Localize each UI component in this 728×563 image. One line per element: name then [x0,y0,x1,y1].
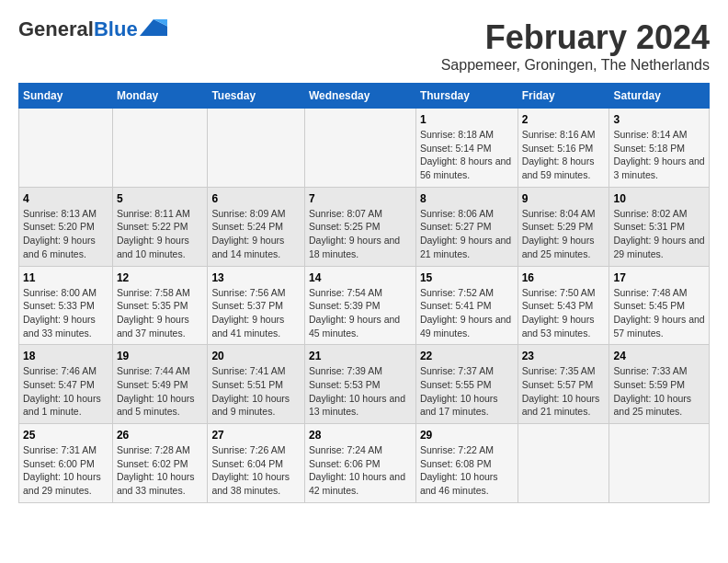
day-info: Sunrise: 8:02 AM Sunset: 5:31 PM Dayligh… [613,207,705,261]
calendar-cell: 29Sunrise: 7:22 AM Sunset: 6:08 PM Dayli… [415,424,518,503]
calendar-cell [609,424,710,503]
main-title: February 2024 [441,18,710,57]
day-number: 9 [522,192,606,205]
day-number: 2 [522,113,606,126]
day-info: Sunrise: 7:52 AM Sunset: 5:41 PM Dayligh… [420,286,514,340]
day-info: Sunrise: 7:35 AM Sunset: 5:57 PM Dayligh… [522,364,606,419]
day-header-friday: Friday [518,84,609,109]
day-header-sunday: Sunday [19,84,113,109]
calendar-week-4: 18Sunrise: 7:46 AM Sunset: 5:47 PM Dayli… [19,345,710,424]
day-info: Sunrise: 7:46 AM Sunset: 5:47 PM Dayligh… [23,364,108,419]
calendar-week-2: 4Sunrise: 8:13 AM Sunset: 5:20 PM Daylig… [19,187,710,266]
day-number: 21 [309,350,412,362]
day-number: 11 [23,271,108,284]
day-number: 10 [613,192,705,205]
day-header-saturday: Saturday [609,84,710,109]
day-number: 26 [117,429,204,442]
calendar-cell: 23Sunrise: 7:35 AM Sunset: 5:57 PM Dayli… [518,345,609,424]
calendar-cell: 11Sunrise: 8:00 AM Sunset: 5:33 PM Dayli… [19,266,113,345]
day-number: 14 [309,271,412,284]
day-info: Sunrise: 8:13 AM Sunset: 5:20 PM Dayligh… [23,207,108,261]
day-number: 5 [117,192,204,205]
calendar-cell: 7Sunrise: 8:07 AM Sunset: 5:25 PM Daylig… [304,187,415,266]
calendar-cell: 4Sunrise: 8:13 AM Sunset: 5:20 PM Daylig… [19,187,113,266]
day-number: 27 [211,429,301,442]
day-info: Sunrise: 8:11 AM Sunset: 5:22 PM Dayligh… [117,207,204,261]
calendar-week-5: 25Sunrise: 7:31 AM Sunset: 6:00 PM Dayli… [19,424,710,503]
calendar-cell: 22Sunrise: 7:37 AM Sunset: 5:55 PM Dayli… [415,345,518,424]
calendar-cell: 1Sunrise: 8:18 AM Sunset: 5:14 PM Daylig… [415,109,518,188]
calendar-cell: 12Sunrise: 7:58 AM Sunset: 5:35 PM Dayli… [112,266,208,345]
day-info: Sunrise: 8:06 AM Sunset: 5:27 PM Dayligh… [420,207,514,261]
day-info: Sunrise: 7:44 AM Sunset: 5:49 PM Dayligh… [117,364,204,419]
day-number: 13 [211,271,301,284]
day-number: 8 [420,192,514,205]
day-info: Sunrise: 8:14 AM Sunset: 5:18 PM Dayligh… [613,128,705,182]
day-number: 18 [23,350,108,362]
day-info: Sunrise: 8:18 AM Sunset: 5:14 PM Dayligh… [420,128,514,182]
calendar-cell [304,109,415,188]
day-info: Sunrise: 7:33 AM Sunset: 5:59 PM Dayligh… [613,364,705,419]
day-number: 29 [420,429,514,442]
day-number: 3 [613,113,705,126]
header-row: SundayMondayTuesdayWednesdayThursdayFrid… [19,84,710,109]
logo: GeneralBlue [18,18,167,40]
day-header-tuesday: Tuesday [208,84,305,109]
day-info: Sunrise: 7:50 AM Sunset: 5:43 PM Dayligh… [522,286,606,340]
calendar-cell [518,424,609,503]
day-number: 7 [309,192,412,205]
page-header: GeneralBlue February 2024 Sappemeer, Gro… [18,18,710,74]
day-info: Sunrise: 7:58 AM Sunset: 5:35 PM Dayligh… [117,286,204,340]
day-info: Sunrise: 8:04 AM Sunset: 5:29 PM Dayligh… [522,207,606,261]
calendar-cell: 21Sunrise: 7:39 AM Sunset: 5:53 PM Dayli… [304,345,415,424]
calendar-cell: 5Sunrise: 8:11 AM Sunset: 5:22 PM Daylig… [112,187,208,266]
calendar-cell: 24Sunrise: 7:33 AM Sunset: 5:59 PM Dayli… [609,345,710,424]
calendar-cell [112,109,208,188]
calendar-cell: 18Sunrise: 7:46 AM Sunset: 5:47 PM Dayli… [19,345,113,424]
day-number: 6 [211,192,301,205]
day-number: 24 [613,350,705,362]
day-number: 15 [420,271,514,284]
day-info: Sunrise: 7:56 AM Sunset: 5:37 PM Dayligh… [211,286,301,340]
calendar-cell: 19Sunrise: 7:44 AM Sunset: 5:49 PM Dayli… [112,345,208,424]
day-info: Sunrise: 7:28 AM Sunset: 6:02 PM Dayligh… [117,443,204,498]
day-number: 4 [23,192,108,205]
day-number: 28 [309,429,412,442]
logo-icon [140,19,167,36]
calendar-cell: 15Sunrise: 7:52 AM Sunset: 5:41 PM Dayli… [415,266,518,345]
day-number: 20 [211,350,301,362]
day-header-wednesday: Wednesday [304,84,415,109]
calendar-cell: 2Sunrise: 8:16 AM Sunset: 5:16 PM Daylig… [518,109,609,188]
calendar-week-1: 1Sunrise: 8:18 AM Sunset: 5:14 PM Daylig… [19,109,710,188]
day-info: Sunrise: 8:07 AM Sunset: 5:25 PM Dayligh… [309,207,412,261]
day-number: 22 [420,350,514,362]
calendar-cell: 8Sunrise: 8:06 AM Sunset: 5:27 PM Daylig… [415,187,518,266]
day-number: 23 [522,350,606,362]
day-info: Sunrise: 7:37 AM Sunset: 5:55 PM Dayligh… [420,364,514,419]
calendar-table: SundayMondayTuesdayWednesdayThursdayFrid… [18,83,710,503]
day-info: Sunrise: 7:24 AM Sunset: 6:06 PM Dayligh… [309,443,412,498]
day-header-monday: Monday [112,84,208,109]
day-info: Sunrise: 8:09 AM Sunset: 5:24 PM Dayligh… [211,207,301,261]
day-number: 25 [23,429,108,442]
calendar-cell: 27Sunrise: 7:26 AM Sunset: 6:04 PM Dayli… [208,424,305,503]
calendar-cell: 10Sunrise: 8:02 AM Sunset: 5:31 PM Dayli… [609,187,710,266]
logo-text: GeneralBlue [18,18,138,40]
day-header-thursday: Thursday [415,84,518,109]
day-info: Sunrise: 7:48 AM Sunset: 5:45 PM Dayligh… [613,286,705,340]
calendar-cell: 14Sunrise: 7:54 AM Sunset: 5:39 PM Dayli… [304,266,415,345]
day-info: Sunrise: 7:31 AM Sunset: 6:00 PM Dayligh… [23,443,108,498]
title-area: February 2024 Sappemeer, Groningen, The … [441,18,710,74]
day-number: 16 [522,271,606,284]
calendar-cell: 9Sunrise: 8:04 AM Sunset: 5:29 PM Daylig… [518,187,609,266]
calendar-cell: 6Sunrise: 8:09 AM Sunset: 5:24 PM Daylig… [208,187,305,266]
day-number: 17 [613,271,705,284]
day-info: Sunrise: 8:16 AM Sunset: 5:16 PM Dayligh… [522,128,606,182]
calendar-cell [208,109,305,188]
calendar-cell: 13Sunrise: 7:56 AM Sunset: 5:37 PM Dayli… [208,266,305,345]
calendar-cell: 20Sunrise: 7:41 AM Sunset: 5:51 PM Dayli… [208,345,305,424]
day-number: 1 [420,113,514,126]
calendar-cell: 28Sunrise: 7:24 AM Sunset: 6:06 PM Dayli… [304,424,415,503]
day-number: 19 [117,350,204,362]
subtitle: Sappemeer, Groningen, The Netherlands [441,57,710,74]
